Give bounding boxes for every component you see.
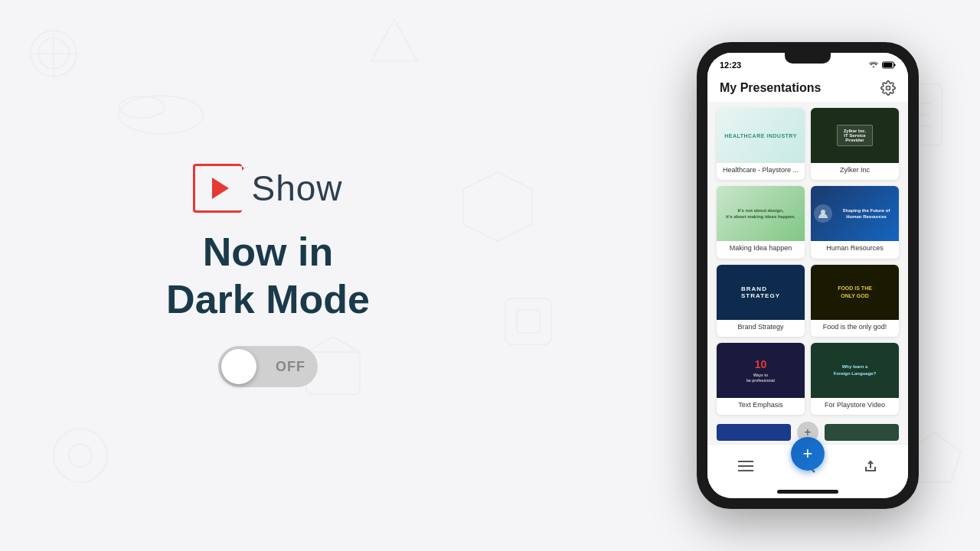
thumb-num: 10 <box>746 357 775 373</box>
wifi-icon <box>868 61 879 69</box>
presentation-item-hr[interactable]: Shaping the Future of Human Resources Hu… <box>811 186 899 258</box>
left-panel: Show Now in Dark Mode OFF <box>0 0 536 551</box>
pres-title-zylker: Zylker Inc <box>811 163 899 178</box>
menu-icon <box>738 460 753 472</box>
tagline: Now in Dark Mode <box>166 228 370 324</box>
presentation-item-brand[interactable]: BRANDSTRATEGY Brand Strategy <box>717 265 805 337</box>
battery-icon <box>882 61 896 69</box>
bottom-nav-bar: + <box>707 444 908 487</box>
upload-icon-container[interactable] <box>864 459 877 473</box>
status-time: 12:23 <box>720 60 741 70</box>
tagline-line1: Now in <box>166 228 370 276</box>
presentations-grid: HEALTHCARE INDUSTRY Healthcare - Playsto… <box>707 102 908 421</box>
thumb-playstore-text: Why learn aForeign Language? <box>831 360 880 380</box>
thumb-idea: It's not about design,it's about making … <box>717 186 805 241</box>
svg-point-25 <box>887 86 890 90</box>
status-icons <box>868 61 896 69</box>
thumb-text-label: Ways tobe professional <box>746 373 775 383</box>
fab-button[interactable]: + <box>791 437 825 471</box>
play-icon <box>212 178 229 199</box>
presentation-item-healthcare[interactable]: HEALTHCARE INDUSTRY Healthcare - Playsto… <box>717 108 805 180</box>
presentation-item-playstore[interactable]: Why learn aForeign Language? For Playsto… <box>811 343 899 415</box>
home-indicator-container <box>707 487 908 498</box>
thumb-playstore: Why learn aForeign Language? <box>811 343 899 398</box>
logo-icon <box>193 164 242 213</box>
thumb-text-inner: 10 Ways tobe professional <box>746 357 775 383</box>
pres-title-hr: Human Resources <box>811 241 899 256</box>
home-indicator <box>777 490 838 494</box>
pres-title-text: Text Emphasis <box>717 398 805 412</box>
thumb-food: FOOD IS THEONLY GOD <box>811 265 899 320</box>
thumb-zylker-inner: Zylker Inc.IT ServiceProvider <box>837 125 874 146</box>
app-header: My Presentations <box>707 74 908 102</box>
pres-title-idea: Making Idea happen <box>717 241 805 256</box>
thumb-text: 10 Ways tobe professional <box>717 343 805 398</box>
pres-title-food: Food is the only god! <box>811 320 899 334</box>
svg-rect-23 <box>884 63 893 67</box>
thumb-idea-text: It's not about design,it's about making … <box>721 203 800 225</box>
phone-body: 12:23 My <box>697 42 919 509</box>
toggle-container: OFF <box>218 346 318 387</box>
settings-icon[interactable] <box>880 80 896 96</box>
presentation-item-food[interactable]: FOOD IS THEONLY GOD Food is the only god… <box>811 265 899 337</box>
toggle-knob <box>221 349 256 384</box>
phone-screen: 12:23 My <box>707 53 908 498</box>
phone-mockup: 12:23 My <box>697 42 919 509</box>
presentation-item-idea[interactable]: It's not about design,it's about making … <box>717 186 805 258</box>
thumb-hr-text: Shaping the Future of Human Resources <box>837 207 896 220</box>
fab-plus-icon: + <box>803 445 813 462</box>
pres-title-playstore: For Playstore Video <box>811 398 899 412</box>
tagline-line2: Dark Mode <box>166 276 370 323</box>
app-title: My Presentations <box>720 81 821 95</box>
upload-icon <box>864 459 877 473</box>
thumb-food-text: FOOD IS THEONLY GOD <box>838 285 872 298</box>
presentation-item-zylker[interactable]: Zylker Inc.IT ServiceProvider Zylker Inc <box>811 108 899 180</box>
toggle-state-label: OFF <box>276 359 305 375</box>
svg-rect-24 <box>894 64 896 67</box>
thumb-healthcare-text: HEALTHCARE INDUSTRY <box>724 133 797 139</box>
thumb-hr-inner: Shaping the Future of Human Resources <box>811 201 899 226</box>
thumb-hr-avatar <box>814 204 832 223</box>
pres-title-healthcare: Healthcare - Playstore ... <box>717 163 805 178</box>
menu-icon-container[interactable] <box>738 460 753 472</box>
partial-thumb-1 <box>717 424 791 441</box>
pres-title-brand: Brand Strategy <box>717 320 805 334</box>
thumb-zylker: Zylker Inc.IT ServiceProvider <box>811 108 899 163</box>
thumb-brand: BRANDSTRATEGY <box>717 265 805 320</box>
phone-notch <box>785 53 831 64</box>
partial-thumb-2 <box>825 424 899 441</box>
logo-container: Show <box>193 164 342 213</box>
presentation-item-text[interactable]: 10 Ways tobe professional Text Emphasis <box>717 343 805 415</box>
thumb-healthcare: HEALTHCARE INDUSTRY <box>717 108 805 163</box>
thumb-hr: Shaping the Future of Human Resources <box>811 186 899 241</box>
thumb-brand-text: BRANDSTRATEGY <box>741 285 780 299</box>
thumb-zylker-text: Zylker Inc.IT ServiceProvider <box>844 129 867 142</box>
dark-mode-toggle[interactable]: OFF <box>218 346 318 387</box>
logo-text: Show <box>251 168 342 209</box>
